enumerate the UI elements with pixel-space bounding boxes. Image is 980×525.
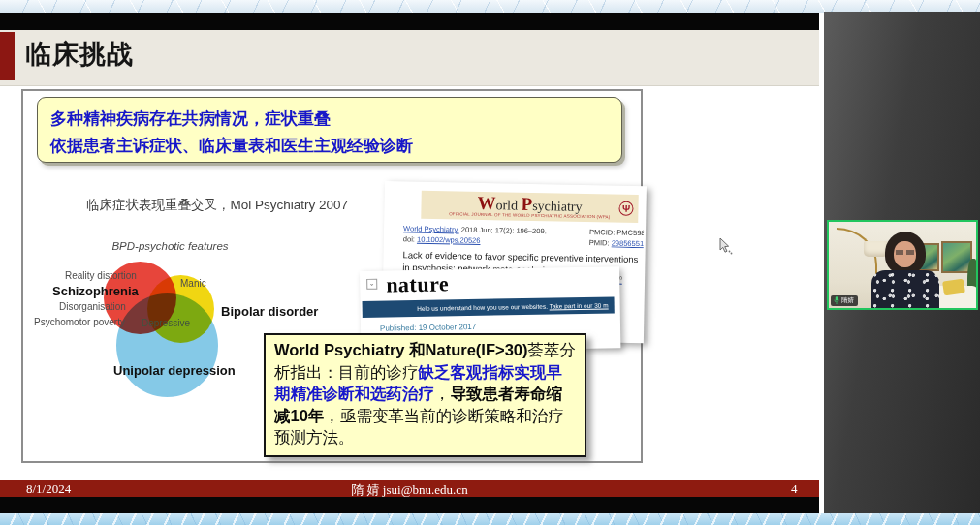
- venn-label-reality-distortion: Reality distortion: [65, 270, 137, 281]
- slide-bottom-black-bar: [0, 497, 819, 513]
- footer-page-number: 4: [791, 481, 798, 497]
- wp-citation: World Psychiatry. 2018 Jun; 17(2): 196–2…: [403, 224, 547, 235]
- callout-line-2: 依据患者主诉症状、临床量表和医生主观经验诊断: [50, 133, 616, 160]
- nature-logo: nature: [386, 271, 449, 297]
- wp-pmcid: PMCID: PMC5980504: [589, 228, 644, 237]
- callout-line-1: 多种精神疾病存在共病情况，症状重叠: [50, 106, 616, 133]
- nature-published-date: Published: 19 October 2017: [380, 323, 476, 333]
- nature-banner-text: Help us understand how you use our websi…: [417, 303, 550, 312]
- venn-label-manic: Manic: [180, 278, 206, 289]
- slide-footer-bar: 8/1/2024 隋 婧 jsui@bnu.edu.cn 4: [0, 480, 819, 497]
- nature-checkbox-icon: ⌄: [366, 279, 377, 290]
- participant-name-badge: 隋婧: [831, 295, 858, 306]
- venn-label-unipolar-depression: Unipolar depression: [113, 363, 236, 378]
- wp-logo-orld: orld: [495, 198, 521, 212]
- wp-pmid-label: PMID:: [589, 238, 612, 247]
- wp-doi-link: 10.1002/wps.20526: [417, 235, 481, 245]
- venn-caption: 临床症状表现重叠交叉，Mol Psychiatry 2007: [86, 197, 348, 214]
- wp-pmid: PMID: 29856551: [589, 238, 644, 248]
- participant-video-tile[interactable]: 隋婧: [827, 220, 978, 310]
- screen: 临床挑战 多种精神疾病存在共病情况，症状重叠 依据患者主诉症状、临床量表和医生主…: [0, 0, 980, 525]
- venn-title: BPD-psychotic features: [95, 240, 245, 252]
- venn-label-disorganisation: Disorganisation: [59, 301, 126, 312]
- participant-name: 隋婧: [841, 296, 854, 305]
- text-segment: World Psychiatry 和Nature(IF>30): [274, 341, 527, 358]
- slide-top-black-bar: [0, 13, 819, 30]
- bottom-callout-box: World Psychiatry 和Nature(IF>30)荟萃分析指出：目前…: [264, 333, 586, 457]
- wp-doi-label: doi:: [403, 234, 417, 243]
- wp-citation-rest: 2018 Jun; 17(2): 196–209.: [459, 225, 547, 235]
- wp-logo-w: W: [477, 193, 495, 213]
- footer-email: jsui@bnu.edu.cn: [380, 482, 468, 497]
- venn-label-psychomotor-poverty: Psychomotor poverty: [34, 317, 125, 327]
- venn-label-schizophrenia: Schizophrenia: [52, 284, 139, 298]
- desktop-bottom-strip: [0, 513, 980, 525]
- wp-logo-p: P: [521, 194, 532, 214]
- nature-cookie-banner: Help us understand how you use our websi…: [363, 296, 615, 318]
- wp-header-banner: World Psychiatry OFFICIAL JOURNAL OF THE…: [421, 191, 639, 223]
- participant-body: [871, 270, 939, 308]
- participant-glasses: [896, 250, 914, 255]
- top-callout-box: 多种精神疾病存在共病情况，症状重叠 依据患者主诉症状、临床量表和医生主观经验诊断: [37, 97, 622, 163]
- nature-banner-link: Take part in our 30 m: [550, 302, 609, 310]
- title-accent-square: [0, 32, 15, 80]
- venn-label-depressive: Depressive: [142, 318, 190, 328]
- wp-pmid-link: 29856551: [612, 238, 644, 248]
- microphone-icon: [834, 296, 839, 305]
- venn-circle-depression: [116, 293, 218, 397]
- footer-name: 隋 婧: [351, 482, 379, 497]
- venn-label-bipolar-disorder: Bipolar disorder: [221, 304, 318, 319]
- wp-citation-link: World Psychiatry.: [403, 224, 459, 233]
- mouse-cursor-icon: [719, 238, 734, 260]
- pillow: [942, 279, 965, 296]
- wp-logo-sychiatry: sychiatry: [532, 199, 583, 214]
- slide-title: 临床挑战: [25, 37, 134, 72]
- text-segment: ，: [434, 385, 451, 402]
- wp-doi: doi: 10.1002/wps.20526: [403, 234, 481, 245]
